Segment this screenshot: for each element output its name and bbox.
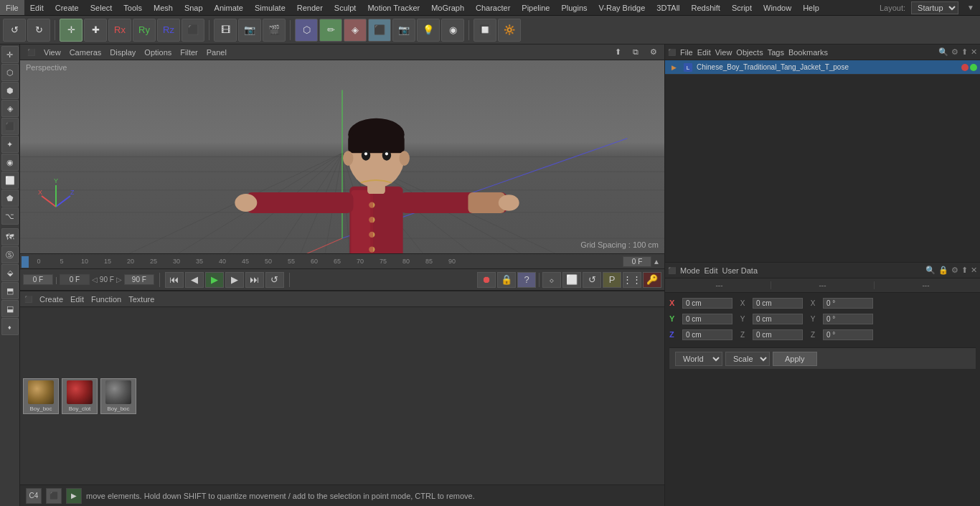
- menu-pipeline[interactable]: Pipeline: [516, 0, 555, 15]
- goto-end-button[interactable]: ⏭: [245, 272, 264, 288]
- left-tool-3[interactable]: ◈: [1, 100, 19, 117]
- obj-close-icon[interactable]: ✕: [971, 47, 977, 57]
- menu-animate[interactable]: Animate: [209, 0, 249, 15]
- step-forward-button[interactable]: ▶: [225, 272, 244, 288]
- left-tool-11[interactable]: Ⓢ: [1, 246, 19, 263]
- cube-button[interactable]: ⬡: [295, 19, 318, 42]
- menu-tools[interactable]: Tools: [118, 0, 148, 15]
- coord-input-y-pos[interactable]: [682, 314, 732, 324]
- obj-content-area[interactable]: ▶ L Chinese_Boy_Traditional_Tang_Jacket_…: [665, 60, 980, 262]
- select-tool-button[interactable]: ✛: [60, 19, 83, 42]
- coord-input-z-rot[interactable]: [823, 329, 873, 340]
- viewport-menu-filter[interactable]: Filter: [176, 48, 202, 57]
- frame-start-input[interactable]: [23, 274, 53, 285]
- coord-input-z-size[interactable]: [753, 329, 803, 340]
- left-tool-12[interactable]: ⬙: [1, 264, 19, 281]
- rotate-x-button[interactable]: Rx: [108, 19, 131, 42]
- menu-window[interactable]: Window: [758, 0, 797, 15]
- coord-input-x-rot[interactable]: [823, 298, 873, 309]
- record-button[interactable]: ⏺: [477, 272, 496, 288]
- record-mode-button[interactable]: 🔒: [497, 272, 516, 288]
- obj-row-character[interactable]: ▶ L Chinese_Boy_Traditional_Tang_Jacket_…: [665, 60, 980, 75]
- auto-key-button[interactable]: 🔑: [643, 272, 661, 288]
- left-tool-13[interactable]: ⬒: [1, 282, 19, 299]
- status-icon-2[interactable]: ▶: [66, 488, 82, 504]
- left-tool-8[interactable]: ⬟: [1, 189, 19, 207]
- viewport-expand-icon[interactable]: ⬆: [611, 47, 626, 57]
- viewport-3d[interactable]: Perspective: [20, 60, 664, 253]
- materials-menu-texture[interactable]: Texture: [128, 295, 154, 304]
- material-item-1[interactable]: Boy_clot: [62, 378, 98, 414]
- menu-select[interactable]: Select: [85, 0, 118, 15]
- redo-button[interactable]: ↻: [27, 19, 50, 42]
- spline-button[interactable]: ✏: [319, 19, 342, 42]
- move-tool-button[interactable]: ✚: [84, 19, 107, 42]
- coord-input-x-pos[interactable]: [682, 298, 732, 309]
- menu-redshift[interactable]: Redshift: [686, 0, 726, 15]
- menu-mograph[interactable]: MoGraph: [425, 0, 470, 15]
- viewport-menu-cameras[interactable]: Cameras: [65, 48, 106, 57]
- viewport-settings-icon[interactable]: ⚙: [646, 47, 661, 57]
- deformer-button[interactable]: ⬛: [368, 19, 391, 42]
- material-button[interactable]: ◉: [441, 19, 464, 42]
- coord-input-z-pos[interactable]: [682, 329, 732, 340]
- frame-preview-start[interactable]: [60, 274, 90, 285]
- timeline-ruler[interactable]: 0 5 10 15 20 25 30 35 40 45 50 55 60 65 …: [20, 253, 664, 269]
- nurbs-button[interactable]: ◈: [344, 19, 367, 42]
- coord-input-y-size[interactable]: [753, 314, 803, 324]
- obj-menu-objects[interactable]: Objects: [736, 48, 763, 57]
- material-item-2[interactable]: Boy_boc: [100, 378, 136, 414]
- attr-expand-icon[interactable]: ⬆: [961, 266, 968, 275]
- left-tool-1[interactable]: ⬡: [1, 64, 19, 81]
- current-frame-input[interactable]: [623, 256, 651, 267]
- viewport-menu-panel[interactable]: Panel: [202, 48, 231, 57]
- scale-button[interactable]: ⬛: [182, 19, 204, 42]
- frame-arrow-icon[interactable]: ▲: [653, 258, 660, 266]
- light-button[interactable]: 💡: [417, 19, 440, 42]
- left-tool-10[interactable]: 🗺: [1, 228, 19, 245]
- obj-filter-icon[interactable]: ⚙: [951, 47, 958, 57]
- attr-settings-icon[interactable]: ⚙: [951, 266, 958, 275]
- render-region-button[interactable]: 🎞: [214, 19, 237, 42]
- obj-menu-edit[interactable]: Edit: [697, 48, 711, 57]
- obj-expand-icon[interactable]: ⬆: [961, 47, 968, 57]
- menu-edit[interactable]: Edit: [24, 0, 50, 15]
- grid-tl-button[interactable]: ⋮⋮: [623, 272, 641, 288]
- viewport-menu-display[interactable]: Display: [105, 48, 140, 57]
- attr-menu-userdata[interactable]: User Data: [722, 266, 758, 275]
- menu-help[interactable]: Help: [797, 0, 825, 15]
- viewport-menu-options[interactable]: Options: [140, 48, 176, 57]
- material-item-0[interactable]: Boy_boc: [23, 378, 59, 414]
- left-tool-0[interactable]: ✛: [1, 46, 19, 63]
- camera-button[interactable]: 📷: [392, 19, 415, 42]
- materials-menu-edit[interactable]: Edit: [70, 295, 84, 304]
- menu-file[interactable]: File: [0, 0, 24, 15]
- menu-3dtall[interactable]: 3DTAll: [651, 0, 685, 15]
- world-select[interactable]: World Object: [675, 352, 722, 366]
- frame-end-input[interactable]: [124, 274, 154, 285]
- attr-menu-edit[interactable]: Edit: [705, 266, 718, 275]
- loop-button[interactable]: ↺: [265, 272, 284, 288]
- left-tool-4[interactable]: ⬛: [1, 118, 19, 135]
- menu-script[interactable]: Script: [726, 0, 758, 15]
- display-mode-button[interactable]: 🔲: [473, 19, 496, 42]
- menu-mesh[interactable]: Mesh: [148, 0, 179, 15]
- play-forward-button[interactable]: ▶: [205, 272, 224, 288]
- status-icon-0[interactable]: C4: [26, 488, 42, 504]
- obj-menu-view[interactable]: View: [715, 48, 732, 57]
- move-tool-tl[interactable]: ⬦: [542, 272, 561, 288]
- materials-menu-create[interactable]: Create: [39, 295, 63, 304]
- viewport-menu-view[interactable]: View: [39, 48, 65, 57]
- attr-menu-mode[interactable]: Mode: [680, 266, 700, 275]
- obj-menu-tags[interactable]: Tags: [768, 48, 784, 57]
- obj-menu-bookmarks[interactable]: Bookmarks: [788, 48, 828, 57]
- attr-search-icon[interactable]: 🔍: [925, 266, 936, 275]
- layout-select[interactable]: Startup: [911, 1, 958, 14]
- rotate-y-button[interactable]: Ry: [133, 19, 156, 42]
- left-tool-14[interactable]: ⬓: [1, 300, 19, 317]
- attr-close-icon[interactable]: ✕: [971, 266, 977, 275]
- step-back-button[interactable]: ◀: [185, 272, 204, 288]
- active-render-button[interactable]: 🔆: [498, 19, 521, 42]
- rotate-z-button[interactable]: Rz: [157, 19, 180, 42]
- menu-simulate[interactable]: Simulate: [249, 0, 291, 15]
